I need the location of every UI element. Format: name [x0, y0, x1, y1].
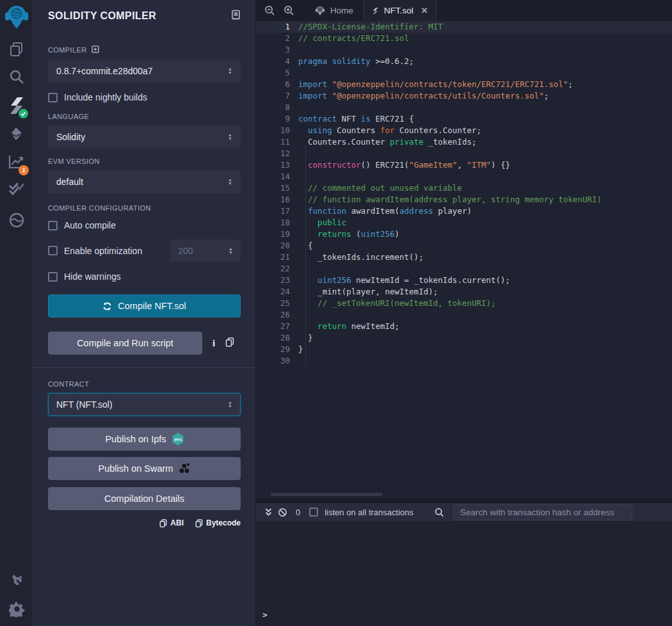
- line-number: 4: [256, 56, 298, 67]
- enable-optimization-checkbox[interactable]: [48, 246, 58, 255]
- ipfs-badge-icon: IPFS: [172, 433, 184, 445]
- compiler-config-section-label: COMPILER CONFIGURATION: [48, 204, 241, 212]
- code-line[interactable]: 27 return newItemId;: [256, 321, 672, 332]
- plugin-count-badge: 1: [19, 165, 29, 175]
- copy-abi-button[interactable]: ABI: [159, 518, 184, 527]
- settings-gear-icon[interactable]: [0, 601, 33, 617]
- line-number: 26: [256, 309, 298, 321]
- code-line[interactable]: 17 function awardItem(address player): [256, 205, 672, 217]
- search-icon[interactable]: [0, 68, 33, 85]
- code-line[interactable]: 8: [256, 102, 672, 113]
- line-content: }: [298, 344, 303, 355]
- remix-logo-icon[interactable]: [0, 4, 33, 30]
- documentation-book-icon[interactable]: [231, 10, 241, 23]
- listen-transactions-checkbox[interactable]: [309, 508, 318, 517]
- code-line[interactable]: 29}: [256, 344, 672, 355]
- code-line[interactable]: 11 Counters.Counter private _tokenIds;: [256, 136, 672, 148]
- code-line[interactable]: 13 constructor() ERC721("GameItem", "ITM…: [256, 159, 672, 171]
- close-tab-icon[interactable]: ✕: [421, 6, 428, 15]
- deploy-run-icon[interactable]: [0, 126, 33, 141]
- code-line[interactable]: 21 _tokenIds.increment();: [256, 252, 672, 263]
- code-line[interactable]: 2// contracts/ERC721.sol: [256, 33, 672, 44]
- code-line[interactable]: 14: [256, 171, 672, 182]
- code-line[interactable]: 9contract NFT is ERC721 {: [256, 113, 672, 125]
- line-number: 30: [256, 355, 298, 367]
- contract-select[interactable]: NFT (NFT.sol) ▲▼: [48, 393, 241, 416]
- code-line[interactable]: 1//SPDX-License-Identifier: MIT: [256, 21, 672, 33]
- plugin-chart-icon[interactable]: 1: [0, 154, 33, 170]
- line-content: contract NFT is ERC721 {: [298, 113, 414, 125]
- code-line[interactable]: 22: [256, 263, 672, 275]
- tab-home[interactable]: Home: [305, 0, 364, 21]
- code-line[interactable]: 19 returns (uint256): [256, 229, 672, 240]
- compile-button[interactable]: Compile NFT.sol: [48, 294, 241, 317]
- code-line[interactable]: 7import "@openzeppelin/contracts/utils/C…: [256, 90, 672, 102]
- stepper-caret-icon[interactable]: ▲▼: [228, 247, 233, 255]
- debugger-icon[interactable]: [0, 212, 33, 229]
- line-content: // function awardItem(address player, st…: [298, 194, 602, 205]
- code-line[interactable]: 24 _mint(player, newItemId);: [256, 286, 672, 298]
- select-caret-icon: ▲▼: [228, 133, 232, 141]
- info-icon[interactable]: i: [212, 338, 215, 349]
- copy-icon[interactable]: [225, 337, 234, 349]
- copy-bytecode-button[interactable]: Bytecode: [195, 518, 241, 527]
- solidity-compiler-icon[interactable]: [0, 96, 33, 115]
- zoom-out-icon[interactable]: [260, 0, 279, 21]
- code-editor[interactable]: 1//SPDX-License-Identifier: MIT2// contr…: [256, 21, 672, 498]
- line-number: 12: [256, 148, 298, 159]
- static-analysis-icon[interactable]: [0, 181, 33, 197]
- terminal-menubar: 0 listen on all transactions: [256, 503, 672, 521]
- code-line[interactable]: 12: [256, 148, 672, 159]
- code-line[interactable]: 30: [256, 355, 672, 367]
- code-line[interactable]: 16 // function awardItem(address player,…: [256, 194, 672, 205]
- code-line[interactable]: 23 uint256 newItemId = _tokenIds.current…: [256, 275, 672, 286]
- tab-nft-sol[interactable]: NFT.sol ✕: [364, 0, 436, 21]
- code-line[interactable]: 25 // _setTokenURI(newItemId, tokenURI);: [256, 298, 672, 309]
- compiler-version-select[interactable]: 0.8.7+commit.e28d00a7 ▲▼: [48, 60, 241, 83]
- select-caret-icon: ▲▼: [228, 401, 232, 408]
- line-number: 25: [256, 298, 298, 309]
- file-explorer-icon[interactable]: [0, 41, 33, 58]
- collapse-terminal-icon[interactable]: [261, 508, 275, 517]
- nightly-builds-checkbox[interactable]: [48, 93, 58, 102]
- code-line[interactable]: 5: [256, 67, 672, 79]
- publish-swarm-button[interactable]: Publish on Swarm: [48, 457, 241, 480]
- add-compiler-icon[interactable]: [92, 45, 99, 54]
- line-number: 3: [256, 44, 298, 56]
- zoom-in-icon[interactable]: [279, 0, 298, 21]
- line-content: Counters.Counter private _tokenIds;: [298, 136, 476, 148]
- code-line[interactable]: 20 {: [256, 240, 672, 252]
- icon-rail: 1: [0, 0, 33, 626]
- hide-warnings-label: Hide warnings: [64, 271, 121, 282]
- line-content: _tokenIds.increment();: [298, 252, 424, 263]
- code-line[interactable]: 10 using Counters for Counters.Counter;: [256, 125, 672, 136]
- compile-and-run-button[interactable]: Compile and Run script: [48, 332, 202, 355]
- terminal-output[interactable]: >: [256, 521, 672, 626]
- terminal-resize-handle[interactable]: [256, 498, 672, 503]
- evm-version-select[interactable]: default ▲▼: [48, 170, 241, 193]
- language-select[interactable]: Solidity ▲▼: [48, 125, 241, 148]
- code-line[interactable]: 15 // commented out unused variable: [256, 182, 672, 194]
- refresh-icon: [102, 301, 112, 311]
- code-line[interactable]: 3: [256, 44, 672, 56]
- plugin-manager-icon[interactable]: [0, 573, 33, 589]
- compilation-details-button[interactable]: Compilation Details: [48, 487, 241, 510]
- hide-warnings-checkbox[interactable]: [48, 272, 58, 282]
- terminal-search-input[interactable]: [453, 504, 632, 520]
- publish-ipfs-button[interactable]: Publish on Ipfs IPFS: [48, 428, 241, 451]
- optimization-runs-input[interactable]: 200 ▲▼: [170, 239, 241, 262]
- horizontal-scrollbar[interactable]: [270, 493, 383, 496]
- line-number: 15: [256, 182, 298, 194]
- line-number: 22: [256, 263, 298, 275]
- clear-console-icon[interactable]: [275, 508, 289, 517]
- code-line[interactable]: 28 }: [256, 332, 672, 344]
- auto-compile-checkbox[interactable]: [48, 221, 58, 230]
- terminal-search-icon: [433, 508, 447, 517]
- code-line[interactable]: 4pragma solidity >=0.6.2;: [256, 56, 672, 67]
- code-line[interactable]: 26: [256, 309, 672, 321]
- code-line[interactable]: 18 public: [256, 217, 672, 229]
- copy-icon: [195, 519, 203, 527]
- enable-optimization-label: Enable optimization: [64, 246, 164, 256]
- section-divider: [33, 367, 255, 368]
- code-line[interactable]: 6import "@openzeppelin/contracts/token/E…: [256, 79, 672, 90]
